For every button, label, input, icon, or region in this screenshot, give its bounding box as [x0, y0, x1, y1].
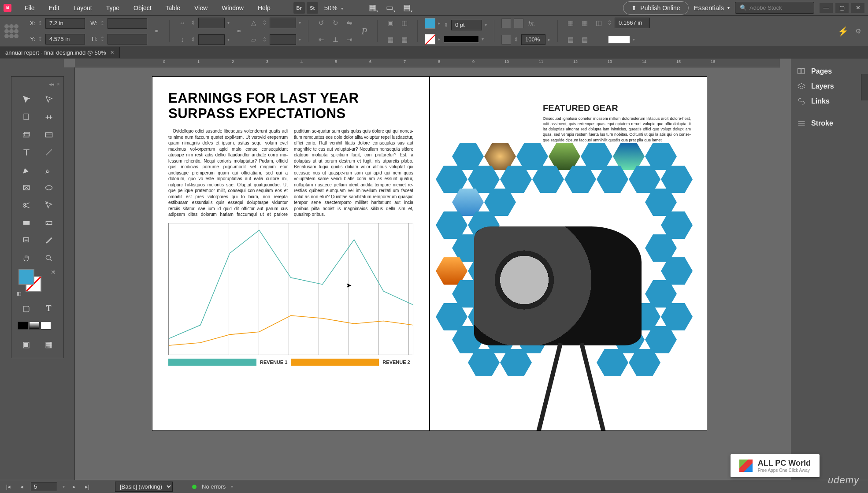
content-collector-tool[interactable] — [15, 126, 37, 144]
publish-online-button[interactable]: ⬆ Publish Online — [623, 1, 688, 15]
apply-text-icon[interactable]: T — [37, 300, 60, 317]
first-page-button[interactable]: |◂ — [4, 483, 12, 490]
menu-object[interactable]: Object — [127, 2, 157, 14]
gradient-feather-tool[interactable] — [37, 214, 60, 232]
settings-icon[interactable]: ⚙ — [852, 26, 864, 37]
bridge-icon[interactable]: Br — [293, 2, 305, 14]
constrain-scale-icon[interactable]: ⚭ — [233, 26, 245, 37]
selection-tool[interactable] — [15, 91, 37, 108]
fx-icon[interactable]: fx. — [526, 18, 538, 29]
y-position-input[interactable] — [45, 34, 85, 44]
height-input[interactable] — [108, 34, 147, 44]
panel-stroke[interactable]: Stroke — [791, 116, 868, 131]
minimize-button[interactable]: — — [820, 3, 833, 13]
close-window-button[interactable]: ✕ — [851, 3, 864, 13]
fill-stroke-proxy[interactable]: ⤭ ◧ — [15, 267, 60, 298]
scale-y-input[interactable] — [198, 34, 225, 45]
menu-edit[interactable]: Edit — [43, 2, 66, 14]
screen-mode-icon[interactable]: ▭▾ — [386, 3, 395, 13]
panel-layers[interactable]: Layers — [791, 79, 868, 94]
free-transform-tool[interactable] — [37, 196, 60, 214]
quick-apply-icon[interactable]: ⚡ — [837, 26, 849, 37]
fill-swatch[interactable] — [425, 18, 435, 29]
view-options-icon[interactable]: ▦▾ — [369, 3, 378, 13]
pencil-tool[interactable] — [37, 161, 60, 179]
menu-view[interactable]: View — [188, 2, 214, 14]
adobe-stock-search[interactable]: 🔍 Adobe Stock — [735, 2, 814, 14]
workspace-switcher[interactable]: Essentials ▾ — [694, 4, 730, 11]
hand-tool[interactable] — [15, 249, 37, 267]
preflight-profile-select[interactable]: [Basic] (working) — [115, 482, 173, 492]
rotate-cw-icon[interactable]: ↻ — [330, 17, 341, 29]
panel-flyout-handle[interactable] — [861, 74, 868, 100]
document-tab[interactable]: annual report - final design.indd @ 50% … — [0, 47, 120, 58]
constrain-proportions-icon[interactable]: ⚭ — [151, 26, 162, 37]
fill-color-swatch[interactable] — [19, 269, 34, 285]
eyedropper-tool[interactable] — [37, 232, 60, 249]
apply-black-icon[interactable] — [18, 322, 28, 330]
fit-content-icon[interactable] — [501, 35, 511, 44]
flip-end-icon[interactable]: ⇥ — [344, 34, 355, 45]
select-prev-icon[interactable]: ▦ — [385, 34, 396, 45]
zoom-level[interactable]: 50%▾ — [320, 4, 348, 11]
fill-frame-icon[interactable] — [514, 19, 523, 28]
apply-none-icon[interactable] — [41, 322, 51, 330]
select-container-icon[interactable]: ▣ — [385, 17, 396, 29]
maximize-button[interactable]: ▢ — [835, 3, 849, 13]
align-bottom-icon[interactable]: ▤ — [579, 34, 590, 45]
rotate-input[interactable] — [270, 18, 296, 28]
menu-help[interactable]: Help — [252, 2, 277, 14]
vertical-ruler[interactable] — [64, 67, 75, 480]
shear-icon[interactable]: ▱ — [248, 34, 260, 45]
view-mode-preview-icon[interactable]: ▦ — [37, 336, 60, 353]
select-next-icon[interactable]: ▦ — [399, 34, 410, 45]
pen-tool[interactable] — [15, 161, 37, 179]
clear-transform-icon[interactable]: P — [359, 26, 370, 37]
line-tool[interactable] — [37, 144, 60, 161]
swap-colors-icon[interactable]: ⤭ — [51, 269, 56, 275]
gradient-swatch-tool[interactable] — [15, 214, 37, 232]
apply-gradient-icon[interactable] — [29, 322, 40, 330]
rectangle-frame-tool[interactable] — [15, 179, 37, 196]
x-position-input[interactable] — [45, 18, 85, 29]
arrange-icon[interactable]: ▤▾ — [403, 3, 412, 13]
stroke-weight-input[interactable] — [451, 20, 482, 30]
ellipse-tool[interactable] — [37, 179, 60, 196]
shear-input[interactable] — [270, 34, 296, 45]
scale-x-input[interactable] — [198, 18, 225, 28]
scale-y-icon[interactable]: ↕ — [177, 34, 188, 45]
collapse-panel-icon[interactable]: ◂◂ — [49, 81, 54, 88]
formatting-container-icon[interactable]: ◧ — [17, 291, 21, 297]
prev-page-button[interactable]: ◂ — [18, 483, 26, 490]
stroke-swatch[interactable] — [425, 34, 435, 44]
scissors-tool[interactable] — [15, 196, 37, 214]
menu-type[interactable]: Type — [100, 2, 126, 14]
corner-radius-input[interactable] — [615, 18, 650, 28]
text-wrap-bounding-icon[interactable]: ▦ — [579, 17, 590, 29]
flip-h-icon[interactable]: ⇋ — [344, 17, 355, 29]
next-page-button[interactable]: ▸ — [70, 483, 78, 490]
zoom-tool[interactable] — [37, 249, 60, 267]
text-wrap-none-icon[interactable]: ▦ — [565, 17, 576, 29]
gap-tool[interactable] — [37, 108, 60, 126]
panel-links[interactable]: Links — [791, 94, 868, 109]
menu-layout[interactable]: Layout — [67, 2, 98, 14]
menu-table[interactable]: Table — [160, 2, 186, 14]
stroke-style-select[interactable] — [444, 36, 479, 43]
content-placer-tool[interactable] — [37, 126, 60, 144]
horizontal-ruler[interactable]: 012345678910111213141516 — [75, 59, 780, 67]
page-number-input[interactable] — [31, 482, 57, 491]
menu-file[interactable]: File — [19, 2, 41, 14]
flip-center-icon[interactable]: ⊥ — [330, 34, 341, 45]
width-input[interactable] — [108, 18, 147, 29]
align-top-icon[interactable]: ▤ — [565, 34, 576, 45]
page-tool[interactable] — [15, 108, 37, 126]
rotate-ccw-icon[interactable]: ↺ — [315, 17, 327, 29]
select-content-icon[interactable]: ◫ — [399, 17, 410, 29]
view-mode-normal-icon[interactable]: ▣ — [15, 336, 37, 353]
type-tool[interactable] — [15, 144, 37, 161]
stock-icon[interactable]: St — [307, 2, 318, 14]
gradient-feather-swatch[interactable] — [608, 36, 630, 44]
flip-start-icon[interactable]: ⇤ — [315, 34, 327, 45]
reference-point-grid[interactable] — [4, 24, 19, 38]
